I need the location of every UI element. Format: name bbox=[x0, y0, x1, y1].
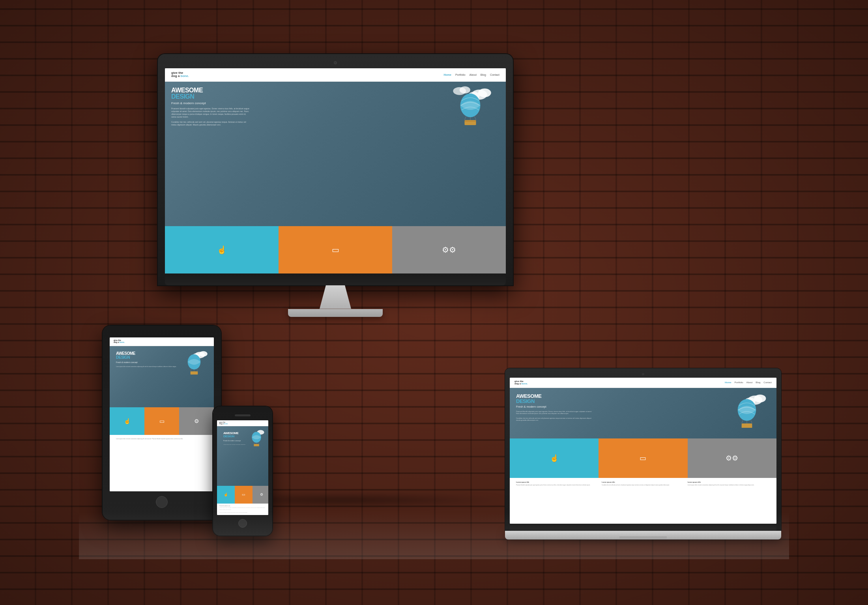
laptop-camera bbox=[642, 373, 644, 375]
svg-rect-32 bbox=[742, 423, 752, 428]
hero-subtitle-phone: Fresh & modern concept bbox=[223, 440, 262, 442]
site-features-phone: ☝ ▭ ⚙ bbox=[217, 486, 268, 504]
hero-title-laptop: AWESOME bbox=[516, 393, 770, 399]
monitor-chin bbox=[165, 273, 506, 285]
content-col-3-laptop: Lorem ipsum title Lorem ipsum dolor sit … bbox=[688, 481, 770, 486]
col-text-2-laptop: Curabitur dui nisi vehicula sed sem vel … bbox=[602, 484, 684, 486]
tablet-home-button bbox=[156, 496, 168, 508]
hero-body2-desktop: Curabitur dui nisi, vehicula sed sem vel… bbox=[171, 121, 250, 126]
feature-gear-phone: ⚙ bbox=[253, 486, 268, 504]
hero-subtitle-desktop: Fresh & modern concept bbox=[171, 101, 499, 105]
hero-body-laptop: Praesent blandit vulputate justo eget eg… bbox=[516, 410, 595, 415]
nav-about-laptop: About bbox=[746, 381, 753, 384]
content-col-1-laptop: Lorem ipsum title Praesent blandit vulpu… bbox=[516, 481, 599, 486]
site-logo-phone: give thedog a bone. bbox=[219, 421, 228, 425]
feature-gear-desktop: ⚙⚙ bbox=[392, 226, 506, 273]
hero-title-blue-laptop: DESIGN bbox=[516, 399, 770, 404]
gear-icon-phone: ⚙ bbox=[260, 493, 263, 496]
scene-container: give thedog a bone. Home Portfolio About… bbox=[0, 0, 868, 605]
nav-links-laptop: Home Portfolio About Blog Contact bbox=[725, 381, 772, 384]
hero-title-blue-desktop: DESIGN bbox=[171, 94, 499, 100]
col-title-1-laptop: Lorem ipsum title bbox=[516, 481, 599, 483]
website-laptop: give thedog a bone. Home Portfolio About… bbox=[510, 378, 776, 524]
col-text-3-laptop: Lorem ipsum dolor sit amet consectetur a… bbox=[688, 484, 770, 486]
col-text-1-laptop: Praesent blandit vulputate justo eget eg… bbox=[516, 484, 599, 486]
site-hero-tablet: AWESOME DESIGN Fresh & modern concept Lo… bbox=[110, 346, 214, 407]
hero-text-phone: AWESOME DESIGN Fresh & modern concept Lo… bbox=[223, 432, 262, 446]
nav-home-laptop: Home bbox=[725, 381, 731, 384]
laptop-icon-tablet: ▭ bbox=[159, 418, 165, 424]
hero-title-blue-tablet: DESIGN bbox=[116, 356, 208, 360]
hero-body-tablet: Lorem ipsum dolor sit amet consectetur a… bbox=[116, 366, 195, 367]
svg-line-15 bbox=[191, 369, 191, 371]
monitor-stand-neck bbox=[320, 285, 351, 309]
feature-laptop-phone: ▭ bbox=[235, 486, 253, 504]
site-content-tablet: Lorem ipsum dolor sit amet consectetur a… bbox=[110, 435, 214, 491]
phone-speaker bbox=[235, 414, 251, 416]
website-desktop: give thedog a bone. Home Portfolio About… bbox=[165, 68, 506, 273]
site-logo-desktop: give thedog a bone. bbox=[171, 71, 189, 79]
site-hero-laptop: AWESOME DESIGN Fresh & modern concept Pr… bbox=[510, 388, 776, 438]
hero-title-tablet: AWESOME bbox=[116, 352, 208, 356]
laptop-screen: give thedog a bone. Home Portfolio About… bbox=[510, 378, 776, 524]
nav-contact-laptop: Contact bbox=[763, 381, 772, 384]
touch-icon-desktop: ☝ bbox=[217, 245, 227, 255]
monitor-screen: give thedog a bone. Home Portfolio About… bbox=[165, 68, 506, 273]
floor-reflection bbox=[79, 512, 789, 559]
hero-body-phone: Lorem ipsum dolor sit amet consectetur a… bbox=[223, 444, 262, 446]
gear-icon-desktop: ⚙⚙ bbox=[442, 245, 456, 255]
nav-portfolio-laptop: Portfolio bbox=[735, 381, 743, 384]
nav-links-desktop: Home Portfolio About Blog Contact bbox=[443, 73, 499, 76]
gear-icon-tablet: ⚙ bbox=[194, 418, 199, 424]
hero-text-tablet: AWESOME DESIGN Fresh & modern concept Lo… bbox=[116, 352, 208, 367]
site-nav-desktop: give thedog a bone. Home Portfolio About… bbox=[165, 68, 506, 82]
laptop-icon-desktop: ▭ bbox=[332, 245, 339, 255]
col-title-3-laptop: Lorem ipsum title bbox=[688, 481, 770, 483]
content-col-2-laptop: Lorem ipsum title Curabitur dui nisi veh… bbox=[602, 481, 684, 486]
site-nav-tablet: give thedog a bone. bbox=[110, 337, 214, 346]
touch-icon-laptop: ☝ bbox=[550, 454, 559, 463]
hero-body-desktop: Praesent blandit vulputate justo eget eg… bbox=[171, 107, 250, 118]
site-nav-phone: give thedog a bone. bbox=[217, 420, 268, 427]
site-features-laptop: ☝ ▭ ⚙⚙ bbox=[510, 438, 776, 478]
tablet-frame: give thedog a bone. AWESOME DESIGN Fresh… bbox=[103, 326, 221, 520]
hero-text-desktop: AWESOME DESIGN Fresh & modern concept Pr… bbox=[171, 87, 499, 126]
feature-laptop-tablet: ▭ bbox=[144, 407, 179, 435]
site-hero-phone: AWESOME DESIGN Fresh & modern concept Lo… bbox=[217, 426, 268, 486]
phone-screen: give thedog a bone. AWESOME DESIGN Fresh… bbox=[217, 420, 268, 515]
nav-blog-laptop: Blog bbox=[756, 381, 760, 384]
site-nav-laptop: give thedog a bone. Home Portfolio About… bbox=[510, 378, 776, 388]
hero-text-laptop: AWESOME DESIGN Fresh & modern concept Pr… bbox=[516, 393, 770, 421]
touch-icon-phone: ☝ bbox=[224, 493, 228, 496]
devices-container: give thedog a bone. Home Portfolio About… bbox=[79, 46, 789, 559]
tablet-screen: give thedog a bone. AWESOME DESIGN Fresh… bbox=[110, 337, 214, 491]
nav-portfolio-desktop: Portfolio bbox=[455, 73, 466, 76]
hero-subtitle-laptop: Fresh & modern concept bbox=[516, 405, 770, 408]
monitor-frame: give thedog a bone. Home Portfolio About… bbox=[158, 54, 513, 285]
laptop-icon-laptop: ▭ bbox=[640, 454, 646, 463]
website-tablet: give thedog a bone. AWESOME DESIGN Fresh… bbox=[110, 337, 214, 491]
hero-title-desktop: AWESOME bbox=[171, 87, 499, 94]
hero-body2-laptop: Curabitur dui nisi vehicula sed sem vel … bbox=[516, 417, 595, 421]
website-phone: give thedog a bone. AWESOME DESIGN Fresh… bbox=[217, 420, 268, 515]
nav-blog-desktop: Blog bbox=[481, 73, 486, 76]
svg-line-17 bbox=[197, 369, 198, 371]
laptop-screen-part: give thedog a bone. Home Portfolio About… bbox=[505, 368, 781, 531]
feature-touch-laptop: ☝ bbox=[510, 438, 599, 478]
feature-touch-desktop: ☝ bbox=[165, 226, 279, 273]
feature-gear-laptop: ⚙⚙ bbox=[688, 438, 776, 478]
feature-touch-tablet: ☝ bbox=[110, 407, 144, 435]
feature-touch-phone: ☝ bbox=[217, 486, 235, 504]
feature-laptop-laptop: ▭ bbox=[599, 438, 687, 478]
site-logo-tablet: give thedog a bone. bbox=[114, 339, 125, 344]
site-features-tablet: ☝ ▭ ⚙ bbox=[110, 407, 214, 435]
laptop-icon-phone: ▭ bbox=[242, 493, 245, 496]
svg-rect-18 bbox=[191, 371, 198, 374]
hero-subtitle-tablet: Fresh & modern concept bbox=[116, 361, 208, 363]
nav-contact-desktop: Contact bbox=[490, 73, 499, 76]
desktop-monitor: give thedog a bone. Home Portfolio About… bbox=[158, 54, 513, 317]
gear-icon-laptop: ⚙⚙ bbox=[726, 454, 738, 463]
feature-gear-tablet: ⚙ bbox=[179, 407, 214, 435]
monitor-camera bbox=[334, 61, 337, 64]
feature-laptop-desktop: ▭ bbox=[279, 226, 392, 273]
